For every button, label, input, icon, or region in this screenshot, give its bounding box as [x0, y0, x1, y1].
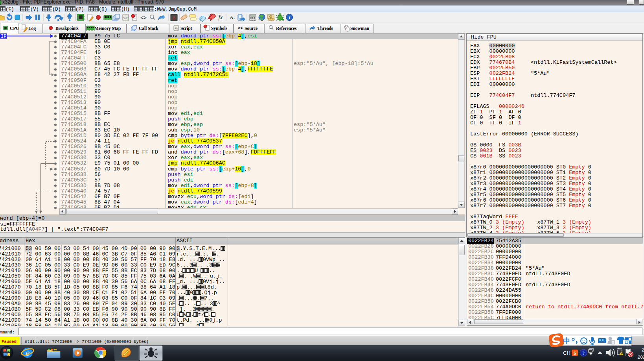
svg-text:<>: <>	[175, 27, 178, 30]
svg-text:S: S	[573, 350, 576, 356]
svg-text:?: ?	[582, 350, 585, 356]
svg-text:<>: <>	[123, 16, 128, 20]
svg-text:2023/6/9: 2023/6/9	[638, 355, 644, 359]
svg-text:中: 中	[563, 337, 570, 345]
svg-text:21:15: 21:15	[642, 348, 644, 352]
svg-text:<>: <>	[237, 26, 243, 31]
svg-text:Source: Source	[245, 26, 258, 31]
svg-text:Snowman: Snowman	[350, 26, 370, 31]
svg-text:Threads: Threads	[317, 26, 333, 31]
svg-text:Script: Script	[180, 26, 192, 31]
svg-text:Az: Az	[230, 14, 235, 20]
svg-text:fx: fx	[219, 14, 223, 20]
svg-text:Symbols: Symbols	[211, 26, 227, 31]
svg-text:Breakpoints: Breakpoints	[55, 26, 79, 31]
svg-text:!: !	[621, 352, 622, 356]
svg-text:CPU: CPU	[10, 26, 19, 31]
svg-text:Memory Map: Memory Map	[94, 26, 121, 31]
svg-text:Log: Log	[28, 26, 36, 31]
svg-text:Call Stack: Call Stack	[139, 26, 158, 31]
svg-text:<>: <>	[140, 15, 147, 21]
svg-text:CH: CH	[563, 350, 570, 356]
svg-text:IP: IP	[1, 34, 6, 39]
svg-text:S: S	[173, 15, 175, 20]
svg-text:References: References	[276, 26, 297, 31]
